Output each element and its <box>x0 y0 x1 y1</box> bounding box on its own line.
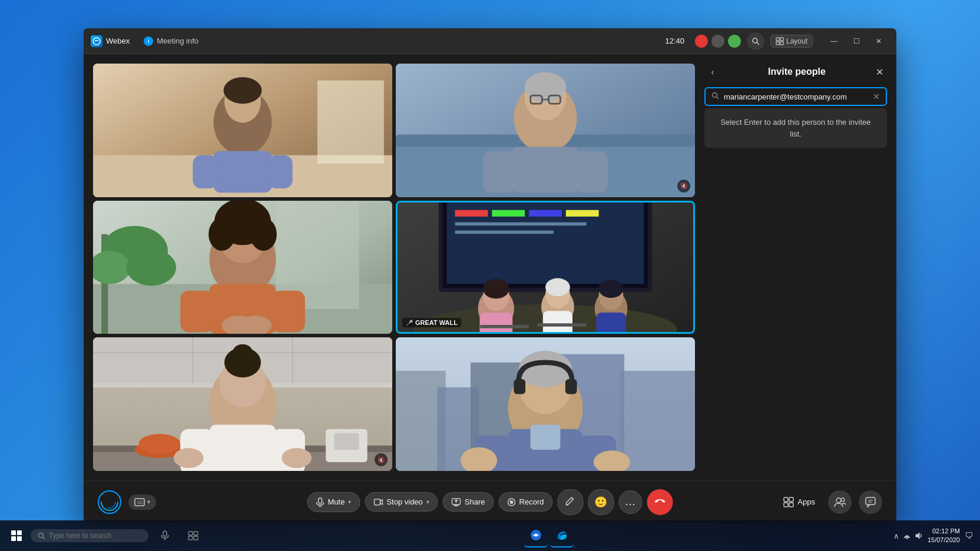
svg-rect-69 <box>596 313 625 333</box>
start-button[interactable] <box>7 526 26 545</box>
tile-5-photo <box>93 337 392 471</box>
tray-arrow[interactable]: ∧ <box>893 532 899 540</box>
svg-point-124 <box>510 500 514 504</box>
search-button[interactable] <box>747 32 764 50</box>
svg-rect-56 <box>455 222 587 225</box>
meeting-info-icon: i <box>144 36 153 46</box>
toolbar-left: CC ▾ <box>98 490 156 514</box>
back-button[interactable]: ‹ <box>704 64 721 80</box>
tooltip-text: Select Enter to add this person to the i… <box>720 118 870 138</box>
more-button[interactable]: ... <box>618 490 642 514</box>
svg-rect-117 <box>319 498 322 503</box>
svg-rect-57 <box>455 230 554 234</box>
voice-search-button[interactable] <box>153 524 177 547</box>
svg-rect-81 <box>334 433 359 450</box>
svg-rect-6 <box>780 42 783 45</box>
svg-line-125 <box>571 497 573 499</box>
stop-video-chevron: ▾ <box>426 499 429 505</box>
taskbar-webex[interactable] <box>524 524 548 547</box>
search-icon <box>711 92 719 101</box>
svg-rect-3 <box>776 38 779 41</box>
svg-rect-140 <box>188 532 193 535</box>
video-tile-1[interactable] <box>93 64 392 197</box>
taskbar-edge[interactable] <box>550 524 574 547</box>
mute-button[interactable]: Mute ▾ <box>307 492 360 512</box>
clock-date: 15/07/2020 <box>928 536 960 545</box>
meeting-info-label: Meeting info <box>157 36 198 45</box>
mute-label: Mute <box>328 497 345 506</box>
svg-rect-10 <box>317 81 384 164</box>
task-view-button[interactable] <box>181 524 205 547</box>
share-label: Share <box>465 497 485 506</box>
invite-close-button[interactable]: ✕ <box>873 65 887 79</box>
svg-point-114 <box>104 496 115 508</box>
tile-2-muted: 🔇 <box>677 180 690 192</box>
layout-label: Layout <box>786 37 807 45</box>
meeting-info-tab[interactable]: i Meeting info <box>139 34 203 48</box>
taskbar-search[interactable] <box>31 529 148 542</box>
svg-rect-61 <box>479 313 512 333</box>
titlebar-right: 12:40 Layout <box>665 32 889 50</box>
svg-rect-14 <box>214 151 272 193</box>
video-tile-5[interactable]: 🔇 <box>93 337 392 471</box>
video-tile-3[interactable] <box>93 201 392 334</box>
titlebar: Webex i Meeting info 12:40 <box>84 28 896 54</box>
taskbar-left <box>7 524 205 547</box>
svg-point-136 <box>39 533 44 537</box>
mute-chevron: ▾ <box>348 499 351 505</box>
chat-button[interactable] <box>859 490 882 514</box>
system-tray: ∧ <box>893 532 923 540</box>
svg-point-132 <box>841 498 845 502</box>
time-display: 12:40 <box>665 36 684 45</box>
svg-point-40 <box>208 217 235 250</box>
system-clock[interactable]: 02:12 PM 15/07/2020 <box>928 527 960 545</box>
svg-rect-120 <box>374 499 380 505</box>
svg-point-145 <box>906 537 908 539</box>
ai-assistant-button[interactable] <box>98 490 121 514</box>
app-window: Webex i Meeting info 12:40 <box>84 28 896 523</box>
svg-rect-130 <box>789 503 793 507</box>
taskbar-search-input[interactable] <box>49 532 137 540</box>
svg-rect-65 <box>543 311 572 332</box>
tile-5-muted: 🔇 <box>375 453 388 466</box>
webex-logo[interactable]: Webex <box>91 35 130 47</box>
layout-button[interactable]: Layout <box>770 35 813 48</box>
cc-button[interactable]: CC ▾ <box>128 494 156 510</box>
record-label: Record <box>519 497 544 506</box>
clear-search-button[interactable]: ✕ <box>873 92 880 101</box>
svg-point-64 <box>545 278 570 296</box>
emoji-button[interactable]: 🙂 <box>588 489 614 515</box>
toolbar: CC ▾ Mute ▾ <box>84 480 896 523</box>
record-button[interactable]: Record <box>499 492 553 512</box>
close-button[interactable]: ✕ <box>868 33 889 49</box>
svg-point-83 <box>139 434 181 454</box>
stop-video-button[interactable]: Stop video ▾ <box>365 492 438 512</box>
svg-rect-99 <box>620 371 695 471</box>
participants-button[interactable] <box>828 490 852 514</box>
annotation-button[interactable] <box>557 489 583 515</box>
svg-point-68 <box>599 280 624 298</box>
video-tile-6[interactable] <box>396 337 695 471</box>
share-button[interactable]: Share <box>443 492 494 512</box>
recording-indicator <box>695 35 708 48</box>
end-call-button[interactable] <box>647 489 673 515</box>
maximize-button[interactable]: ☐ <box>846 33 867 49</box>
main-content: 🔇 <box>84 54 896 480</box>
video-tile-4[interactable]: 🎤 GREAT WALL <box>396 201 695 334</box>
tile-3-photo <box>93 201 392 334</box>
apps-button[interactable]: Apps <box>777 493 821 511</box>
svg-rect-55 <box>566 210 599 216</box>
video-tile-2[interactable]: 🔇 <box>396 64 695 197</box>
minimize-button[interactable]: — <box>823 33 845 49</box>
svg-line-126 <box>566 504 568 505</box>
svg-point-0 <box>93 38 100 45</box>
svg-rect-70 <box>479 325 529 328</box>
invite-search-input[interactable] <box>724 92 868 101</box>
status-dot-2 <box>711 35 724 48</box>
svg-rect-138 <box>163 531 167 536</box>
status-icons <box>695 35 741 48</box>
svg-rect-44 <box>272 291 304 333</box>
svg-rect-104 <box>565 379 577 394</box>
notification-button[interactable]: 🗨 <box>965 531 973 540</box>
svg-rect-4 <box>780 38 783 41</box>
